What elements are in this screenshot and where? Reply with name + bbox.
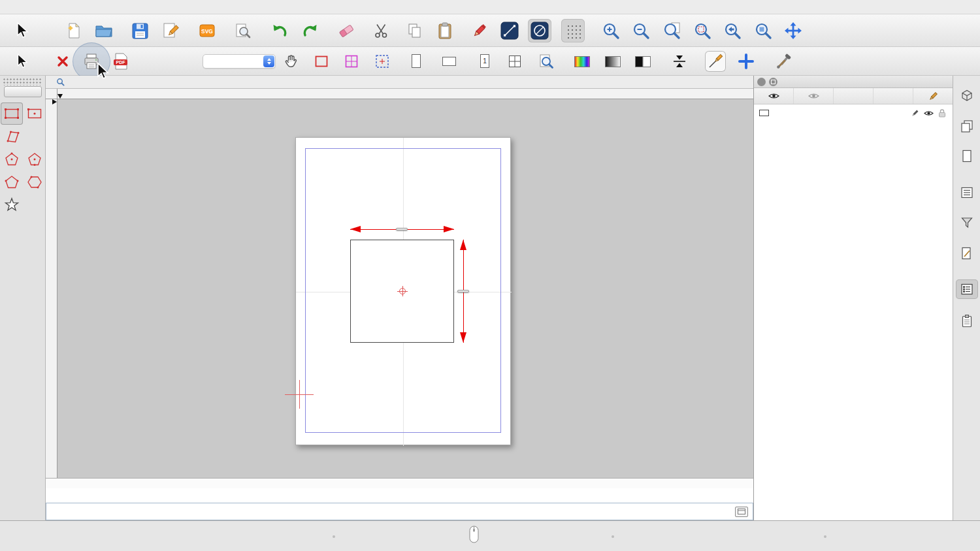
landscape-page-button[interactable]: [439, 51, 460, 72]
page-borders-button[interactable]: [341, 51, 362, 72]
open-file-button[interactable]: [92, 19, 116, 42]
svg-export-button[interactable]: SVG: [195, 19, 219, 42]
main-toolbar: SVG: [0, 14, 980, 47]
paper-limits-button[interactable]: [311, 51, 332, 72]
copy-button[interactable]: [403, 19, 427, 42]
crop-marks-button[interactable]: [372, 51, 393, 72]
redo-arrow-icon: [302, 22, 319, 40]
layer-panel-header: [754, 76, 953, 88]
selection-tool-button[interactable]: [10, 19, 33, 42]
tool-palette: [0, 76, 46, 520]
zoom-window-button[interactable]: [751, 19, 775, 42]
dropdown-stepper-icon: [263, 55, 274, 67]
rectangle-center-mark: [399, 288, 406, 294]
tool-rectangle-corner[interactable]: [24, 102, 46, 125]
snap-grid-button[interactable]: [561, 19, 585, 42]
print-button[interactable]: [81, 51, 102, 72]
layer-color-chip[interactable]: [759, 110, 769, 116]
save-button[interactable]: [128, 19, 152, 42]
ruler-vertical: [46, 99, 57, 478]
multiple-pages-button[interactable]: [504, 51, 525, 72]
red-pencil-icon: [471, 22, 488, 39]
zoom-previous-button[interactable]: [721, 19, 744, 42]
svg-text:PDF: PDF: [116, 60, 126, 65]
pan-button[interactable]: [781, 19, 805, 42]
view-cube-button[interactable]: [956, 86, 978, 105]
pan-hand-button[interactable]: [281, 51, 302, 72]
print-preview-toolbar-button[interactable]: [231, 19, 254, 42]
zoom-in-button[interactable]: [599, 19, 623, 42]
eraser-icon: [337, 22, 355, 39]
red-x-icon: [56, 55, 69, 68]
full-color-button[interactable]: [572, 51, 593, 72]
document-zoom-icon[interactable]: [56, 78, 65, 86]
line-tool-button[interactable]: [498, 19, 521, 42]
property-list-button[interactable]: [956, 183, 978, 202]
panel-dock-icon[interactable]: [769, 78, 777, 86]
funnel-icon: [960, 215, 974, 230]
layer-visible-eye-icon[interactable]: [924, 110, 934, 117]
tool-rectangle-size[interactable]: [1, 102, 23, 125]
zoom-auto-icon: [662, 22, 681, 40]
black-white-button[interactable]: [632, 51, 653, 72]
draw-pencil-button[interactable]: [468, 19, 491, 42]
selection-tool-button-2[interactable]: [11, 51, 32, 72]
hide-all-layers-button[interactable]: [794, 88, 834, 104]
zoom-auto-button[interactable]: [660, 19, 683, 42]
fit-to-page-button[interactable]: [535, 51, 556, 72]
pdf-export-button[interactable]: PDF: [110, 51, 131, 72]
command-detach-button[interactable]: [735, 507, 748, 517]
palette-drag-handle[interactable]: [3, 78, 42, 86]
zoom-selection-button[interactable]: [691, 19, 714, 42]
drawing-orientation-button[interactable]: [705, 51, 726, 72]
preview-settings-button[interactable]: [774, 51, 794, 72]
paste-button[interactable]: [433, 19, 457, 42]
layer-list-toggle-button[interactable]: [956, 279, 978, 299]
dimension-arrow-down: [460, 332, 466, 343]
new-document-button[interactable]: [62, 19, 86, 42]
mouse-hint-icon: [469, 526, 479, 543]
portrait-page-button[interactable]: [406, 51, 427, 72]
grayscale-button[interactable]: [602, 51, 623, 72]
move-paper-position-button[interactable]: [736, 51, 757, 72]
zoom-out-button[interactable]: [629, 19, 653, 42]
remove-layer-button[interactable]: [874, 88, 913, 104]
edit-drawing-preferences-button[interactable]: [159, 19, 182, 42]
panel-close-icon[interactable]: [757, 78, 766, 86]
sheet-list-button[interactable]: [956, 146, 978, 166]
page-grid-icon: [508, 54, 522, 69]
cut-button[interactable]: [370, 19, 393, 42]
tool-polygon-center-corner[interactable]: [1, 148, 23, 170]
tool-hexagon[interactable]: [24, 171, 46, 193]
palette-back-button[interactable]: [4, 86, 42, 97]
command-input[interactable]: [56, 507, 735, 516]
circle-tool-button[interactable]: [528, 19, 551, 42]
clipboard-panel-button[interactable]: [956, 311, 978, 331]
undo-button[interactable]: [267, 19, 291, 42]
command-reference-button[interactable]: [956, 244, 978, 263]
layer-row[interactable]: [754, 106, 953, 120]
magenta-grid-icon: [344, 54, 359, 69]
redo-button[interactable]: [299, 19, 322, 42]
tool-polygon-center-side[interactable]: [24, 148, 46, 170]
svg-text:SVG: SVG: [201, 28, 213, 35]
tool-star[interactable]: [1, 194, 23, 216]
tool-polygon-two-corners[interactable]: [1, 171, 23, 193]
tool-parallelogram[interactable]: [1, 125, 23, 148]
selection-status-dot: [612, 535, 614, 538]
block-list-button[interactable]: [956, 116, 978, 136]
selection-filter-button[interactable]: [956, 213, 978, 232]
single-page-button[interactable]: 1: [474, 51, 495, 72]
statusbar-separator-dot: [333, 535, 335, 538]
red-rectangle-icon: [314, 54, 329, 69]
drawing-canvas[interactable]: [57, 99, 753, 478]
show-all-layers-button[interactable]: [754, 88, 794, 104]
close-preview-button[interactable]: [52, 51, 73, 72]
auto-fit-drawing-button[interactable]: [669, 51, 690, 72]
layer-lock-icon[interactable]: [938, 108, 946, 118]
add-layer-button[interactable]: [834, 88, 874, 104]
layer-edit-pencil-icon[interactable]: [911, 109, 919, 118]
eraser-button[interactable]: [335, 19, 358, 42]
edit-layer-button[interactable]: [913, 88, 953, 104]
scale-select[interactable]: [203, 54, 276, 69]
